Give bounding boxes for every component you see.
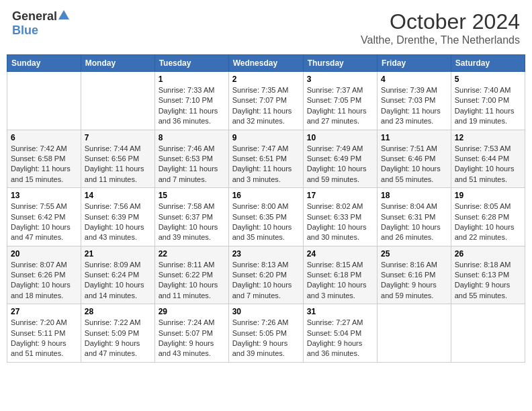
day-info: Sunrise: 7:55 AM Sunset: 6:42 PM Dayligh… [11,201,77,243]
day-number: 22 [159,249,225,259]
calendar-cell: 16Sunrise: 8:00 AM Sunset: 6:35 PM Dayli… [228,188,303,246]
day-info: Sunrise: 7:56 AM Sunset: 6:39 PM Dayligh… [85,201,151,243]
page-header: General Blue October 2024 Valthe, Drenth… [7,7,525,49]
calendar-cell: 26Sunrise: 8:18 AM Sunset: 6:13 PM Dayli… [451,246,525,304]
calendar-cell: 1Sunrise: 7:33 AM Sunset: 7:10 PM Daylig… [154,72,228,130]
day-info: Sunrise: 8:05 AM Sunset: 6:28 PM Dayligh… [455,201,521,243]
calendar-cell: 25Sunrise: 8:16 AM Sunset: 6:16 PM Dayli… [378,246,451,304]
day-info: Sunrise: 7:51 AM Sunset: 6:46 PM Dayligh… [381,144,447,185]
day-number: 19 [455,191,521,200]
day-number: 30 [232,307,300,316]
day-info: Sunrise: 8:09 AM Sunset: 6:24 PM Dayligh… [85,260,151,302]
weekday-header-sunday: Sunday [7,55,81,72]
calendar-cell: 18Sunrise: 8:04 AM Sunset: 6:31 PM Dayli… [378,188,451,246]
calendar-cell: 28Sunrise: 7:22 AM Sunset: 5:09 PM Dayli… [81,304,154,363]
calendar-cell: 12Sunrise: 7:53 AM Sunset: 6:44 PM Dayli… [451,130,525,188]
day-number: 25 [381,249,447,259]
calendar-cell: 7Sunrise: 7:44 AM Sunset: 6:56 PM Daylig… [81,130,154,188]
day-info: Sunrise: 8:16 AM Sunset: 6:16 PM Dayligh… [381,260,447,302]
weekday-header-friday: Friday [378,55,451,72]
day-number: 10 [307,133,373,142]
calendar-week-1: 1Sunrise: 7:33 AM Sunset: 7:10 PM Daylig… [7,72,525,130]
calendar-cell: 23Sunrise: 8:13 AM Sunset: 6:20 PM Dayli… [228,246,303,304]
calendar-week-2: 6Sunrise: 7:42 AM Sunset: 6:58 PM Daylig… [7,130,525,188]
day-number: 5 [455,75,521,84]
day-number: 6 [11,133,77,142]
day-number: 8 [159,133,225,142]
day-number: 16 [232,191,300,200]
calendar-cell [7,72,81,130]
weekday-header-saturday: Saturday [451,55,525,72]
day-number: 7 [85,133,151,142]
calendar-cell: 29Sunrise: 7:24 AM Sunset: 5:07 PM Dayli… [154,304,228,363]
day-number: 9 [232,133,300,142]
day-number: 21 [85,249,151,259]
day-info: Sunrise: 7:37 AM Sunset: 7:05 PM Dayligh… [307,85,373,127]
day-number: 26 [455,249,521,259]
location-title: Valthe, Drenthe, The Netherlands [361,34,520,46]
calendar-cell: 30Sunrise: 7:26 AM Sunset: 5:05 PM Dayli… [228,304,303,363]
day-info: Sunrise: 7:20 AM Sunset: 5:11 PM Dayligh… [11,318,77,359]
calendar-cell: 27Sunrise: 7:20 AM Sunset: 5:11 PM Dayli… [7,304,81,363]
calendar-cell: 17Sunrise: 8:02 AM Sunset: 6:33 PM Dayli… [303,188,377,246]
day-info: Sunrise: 8:04 AM Sunset: 6:31 PM Dayligh… [381,201,447,243]
day-info: Sunrise: 8:15 AM Sunset: 6:18 PM Dayligh… [307,260,373,302]
calendar-table: SundayMondayTuesdayWednesdayThursdayFrid… [7,54,525,363]
day-info: Sunrise: 7:27 AM Sunset: 5:04 PM Dayligh… [307,318,373,359]
calendar-cell [378,304,451,363]
weekday-header-thursday: Thursday [303,55,377,72]
calendar-cell: 21Sunrise: 8:09 AM Sunset: 6:24 PM Dayli… [81,246,154,304]
day-info: Sunrise: 8:02 AM Sunset: 6:33 PM Dayligh… [307,201,373,243]
day-info: Sunrise: 7:39 AM Sunset: 7:03 PM Dayligh… [381,85,447,127]
day-number: 29 [159,307,225,316]
day-number: 23 [232,249,300,259]
day-number: 24 [307,249,373,259]
title-area: October 2024 Valthe, Drenthe, The Nether… [361,9,520,46]
day-info: Sunrise: 7:35 AM Sunset: 7:07 PM Dayligh… [232,85,300,127]
day-info: Sunrise: 8:07 AM Sunset: 6:26 PM Dayligh… [11,260,77,302]
day-info: Sunrise: 7:33 AM Sunset: 7:10 PM Dayligh… [159,85,225,127]
calendar-cell: 8Sunrise: 7:46 AM Sunset: 6:53 PM Daylig… [154,130,228,188]
logo-general-text: General [12,9,57,24]
calendar-cell: 10Sunrise: 7:49 AM Sunset: 6:49 PM Dayli… [303,130,377,188]
calendar-cell: 5Sunrise: 7:40 AM Sunset: 7:00 PM Daylig… [451,72,525,130]
calendar-cell [81,72,154,130]
calendar-cell: 14Sunrise: 7:56 AM Sunset: 6:39 PM Dayli… [81,188,154,246]
calendar-cell: 20Sunrise: 8:07 AM Sunset: 6:26 PM Dayli… [7,246,81,304]
day-number: 27 [11,307,77,316]
day-info: Sunrise: 7:22 AM Sunset: 5:09 PM Dayligh… [85,318,151,359]
logo: General Blue [12,9,69,38]
day-info: Sunrise: 7:44 AM Sunset: 6:56 PM Dayligh… [85,144,151,185]
day-info: Sunrise: 7:49 AM Sunset: 6:49 PM Dayligh… [307,144,373,185]
calendar-cell: 6Sunrise: 7:42 AM Sunset: 6:58 PM Daylig… [7,130,81,188]
calendar-cell: 19Sunrise: 8:05 AM Sunset: 6:28 PM Dayli… [451,188,525,246]
calendar-week-3: 13Sunrise: 7:55 AM Sunset: 6:42 PM Dayli… [7,188,525,246]
day-info: Sunrise: 7:53 AM Sunset: 6:44 PM Dayligh… [455,144,521,185]
day-number: 15 [159,191,225,200]
calendar-week-5: 27Sunrise: 7:20 AM Sunset: 5:11 PM Dayli… [7,304,525,363]
calendar-week-4: 20Sunrise: 8:07 AM Sunset: 6:26 PM Dayli… [7,246,525,304]
day-number: 20 [11,249,77,259]
month-title: October 2024 [361,9,520,34]
day-number: 31 [307,307,373,316]
weekday-header-tuesday: Tuesday [154,55,228,72]
logo-triangle-icon [58,10,69,22]
calendar-cell: 15Sunrise: 7:58 AM Sunset: 6:37 PM Dayli… [154,188,228,246]
calendar-cell: 24Sunrise: 8:15 AM Sunset: 6:18 PM Dayli… [303,246,377,304]
day-info: Sunrise: 7:58 AM Sunset: 6:37 PM Dayligh… [159,201,225,243]
day-number: 11 [381,133,447,142]
calendar-cell: 31Sunrise: 7:27 AM Sunset: 5:04 PM Dayli… [303,304,377,363]
day-info: Sunrise: 8:13 AM Sunset: 6:20 PM Dayligh… [232,260,300,302]
day-number: 1 [159,75,225,84]
day-number: 18 [381,191,447,200]
day-number: 12 [455,133,521,142]
calendar-cell: 9Sunrise: 7:47 AM Sunset: 6:51 PM Daylig… [228,130,303,188]
calendar-cell: 11Sunrise: 7:51 AM Sunset: 6:46 PM Dayli… [378,130,451,188]
calendar-cell [451,304,525,363]
day-info: Sunrise: 7:46 AM Sunset: 6:53 PM Dayligh… [159,144,225,185]
day-number: 17 [307,191,373,200]
day-info: Sunrise: 7:47 AM Sunset: 6:51 PM Dayligh… [232,144,300,185]
calendar-cell: 4Sunrise: 7:39 AM Sunset: 7:03 PM Daylig… [378,72,451,130]
day-info: Sunrise: 7:40 AM Sunset: 7:00 PM Dayligh… [455,85,521,127]
day-number: 3 [307,75,373,84]
